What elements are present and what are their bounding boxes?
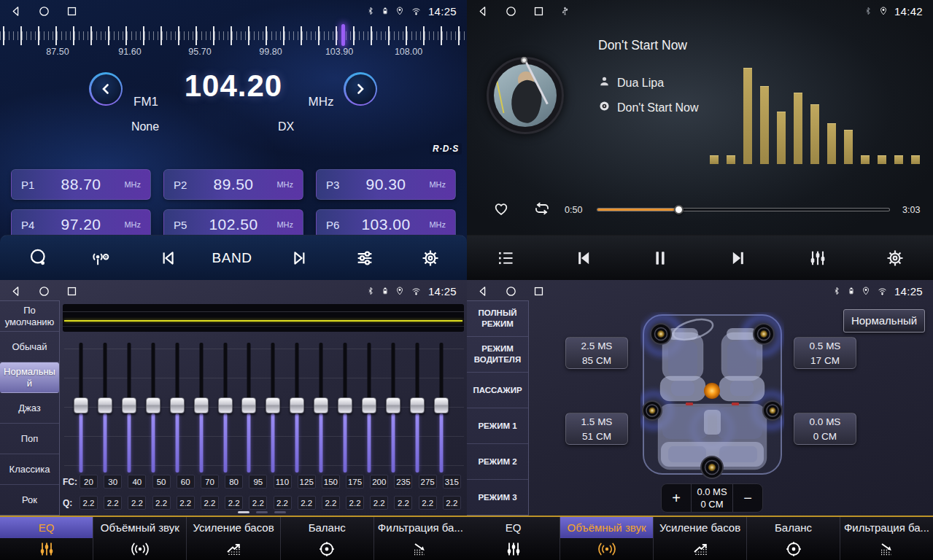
gear-icon[interactable]: [420, 248, 441, 268]
slider-knob[interactable]: [386, 397, 400, 413]
preset-button[interactable]: P1 88.70 MHz: [11, 169, 151, 200]
home-icon[interactable]: [505, 285, 533, 298]
fc-value[interactable]: 235: [394, 475, 412, 489]
band-button[interactable]: BAND: [212, 250, 252, 266]
fc-value[interactable]: 70: [201, 475, 219, 489]
gear-icon[interactable]: [885, 248, 905, 268]
repeat-button[interactable]: [531, 200, 553, 220]
delay-rear-right-button[interactable]: 0.0 MS 0 CM: [794, 413, 856, 445]
q-value[interactable]: 2.2: [274, 496, 292, 510]
fc-value[interactable]: 150: [322, 475, 340, 489]
back-icon[interactable]: [477, 5, 505, 18]
q-value[interactable]: 2.2: [152, 496, 171, 510]
recents-icon[interactable]: [66, 5, 93, 18]
fc-value[interactable]: 200: [370, 475, 388, 489]
tab-balance[interactable]: Баланс: [746, 517, 840, 560]
home-icon[interactable]: [38, 285, 66, 298]
fc-value[interactable]: 50: [152, 475, 171, 489]
q-value[interactable]: 2.2: [80, 496, 98, 510]
recents-icon[interactable]: [533, 285, 560, 298]
listening-mode-item[interactable]: РЕЖИМ 2: [467, 444, 528, 480]
recents-icon[interactable]: [66, 285, 93, 298]
delay-front-left-button[interactable]: 2.5 MS 85 CM: [565, 337, 628, 369]
listening-mode-item[interactable]: РЕЖИМ 3: [467, 480, 528, 515]
tab-bass-boost[interactable]: Усиление басов: [186, 517, 279, 560]
pause-button[interactable]: [650, 248, 670, 268]
fc-value[interactable]: 125: [298, 475, 316, 489]
eq-preset-item[interactable]: Поп: [0, 424, 59, 454]
eq-preset-item[interactable]: Нормальный: [0, 362, 59, 393]
listening-mode-item[interactable]: ПОЛНЫЙ РЕЖИМ: [467, 301, 528, 337]
eq-band-slider[interactable]: [169, 343, 185, 472]
listening-mode-item[interactable]: РЕЖИМ ВОДИТЕЛЯ: [467, 337, 528, 373]
tab-balance[interactable]: Баланс: [280, 517, 373, 560]
eq-band-slider[interactable]: [433, 343, 449, 472]
tab-filter[interactable]: Фильтрация ба...: [373, 517, 467, 560]
next-track-button[interactable]: [729, 248, 749, 268]
eq-band-slider[interactable]: [409, 343, 425, 472]
eq-band-slider[interactable]: [289, 343, 305, 472]
album-art[interactable]: [487, 57, 564, 134]
slider-knob[interactable]: [218, 397, 233, 413]
seek-bar[interactable]: [597, 208, 890, 211]
eq-preset-item[interactable]: Рок: [0, 485, 59, 515]
preset-button[interactable]: P3 90.30 MHz: [316, 169, 456, 200]
listening-mode-item[interactable]: РЕЖИМ 1: [467, 408, 528, 444]
scan-button[interactable]: [28, 248, 49, 268]
fc-value[interactable]: 30: [104, 475, 122, 489]
broadcast-button[interactable]: [89, 248, 111, 268]
eq-band-slider[interactable]: [217, 343, 233, 472]
home-icon[interactable]: [505, 5, 533, 18]
eq-band-slider[interactable]: [265, 343, 281, 472]
fc-value[interactable]: 95: [249, 475, 267, 489]
previous-station-button[interactable]: [158, 249, 177, 268]
listening-mode-item[interactable]: ПАССАЖИР: [467, 373, 528, 408]
slider-knob[interactable]: [74, 397, 88, 413]
playlist-button[interactable]: [496, 248, 516, 268]
preset-button[interactable]: P2 89.50 MHz: [163, 169, 303, 200]
eq-preset-item[interactable]: Классика: [0, 454, 59, 485]
slider-knob[interactable]: [362, 397, 376, 413]
eq-band-slider[interactable]: [361, 343, 377, 472]
tab-surround[interactable]: Объёмный звук: [93, 517, 186, 560]
favorite-button[interactable]: [492, 200, 511, 220]
recents-icon[interactable]: [533, 5, 560, 18]
q-value[interactable]: 2.2: [128, 496, 146, 510]
slider-knob[interactable]: [122, 397, 136, 413]
fc-value[interactable]: 275: [419, 475, 437, 489]
tab-filter[interactable]: Фильтрация ба...: [840, 517, 933, 560]
fc-value[interactable]: 315: [443, 475, 461, 489]
q-value[interactable]: 2.2: [201, 496, 219, 510]
eq-band-slider[interactable]: [145, 343, 161, 472]
back-icon[interactable]: [477, 285, 505, 298]
q-value[interactable]: 2.2: [394, 496, 412, 510]
tab-eq[interactable]: EQ: [0, 517, 93, 560]
slider-knob[interactable]: [241, 397, 256, 413]
q-value[interactable]: 2.2: [104, 496, 122, 510]
slider-knob[interactable]: [98, 397, 112, 413]
eq-band-slider[interactable]: [97, 343, 113, 472]
q-value[interactable]: 2.2: [225, 496, 243, 510]
q-value[interactable]: 2.2: [346, 496, 364, 510]
previous-track-button[interactable]: [573, 248, 593, 268]
q-value[interactable]: 2.2: [177, 496, 195, 510]
delay-front-right-button[interactable]: 0.5 MS 17 CM: [794, 337, 856, 369]
eq-band-slider[interactable]: [337, 343, 353, 472]
delay-rear-left-button[interactable]: 1.5 MS 51 CM: [565, 413, 628, 445]
next-station-button[interactable]: [291, 249, 310, 268]
decrease-button[interactable]: −: [733, 484, 762, 512]
eq-preset-item[interactable]: По умолчанию: [0, 301, 59, 332]
q-value[interactable]: 2.2: [249, 496, 267, 510]
audio-settings-button[interactable]: [355, 248, 375, 268]
q-value[interactable]: 2.2: [419, 496, 437, 510]
eq-preset-item[interactable]: Обычай: [0, 332, 59, 362]
sound-profile-button[interactable]: Нормальный: [843, 309, 925, 332]
eq-band-slider[interactable]: [193, 343, 209, 472]
fc-value[interactable]: 40: [128, 475, 146, 489]
eq-band-slider[interactable]: [121, 343, 137, 472]
fc-value[interactable]: 60: [177, 475, 195, 489]
eq-band-slider[interactable]: [385, 343, 401, 472]
tab-surround[interactable]: Объёмный звук: [560, 517, 653, 560]
fc-value[interactable]: 110: [274, 475, 292, 489]
fc-value[interactable]: 20: [80, 475, 98, 489]
